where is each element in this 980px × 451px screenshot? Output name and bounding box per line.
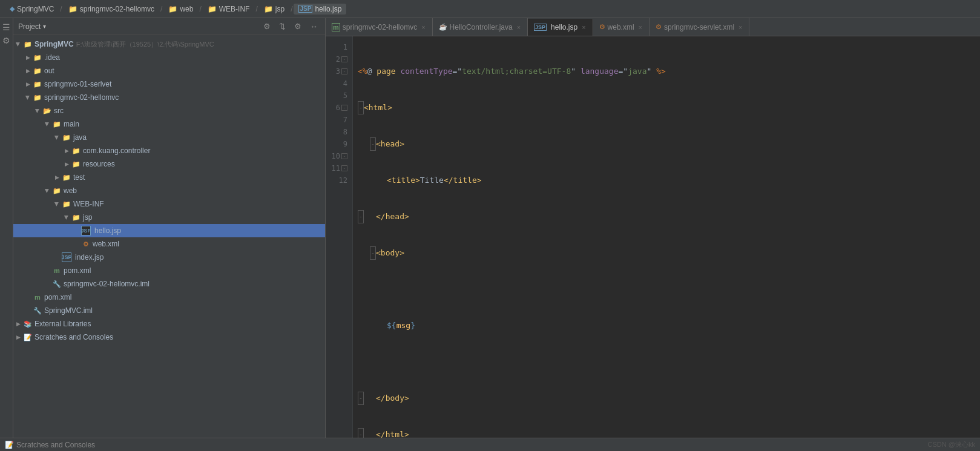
code-line-11: -</html> xyxy=(358,429,980,438)
expand-arrow: ▶ xyxy=(33,106,42,116)
tree-item-pom-inner[interactable]: ▶ m pom.xml xyxy=(13,264,325,277)
code-line-4: <title>Title</title> xyxy=(358,174,980,186)
iml-icon: 🔧 xyxy=(52,279,62,289)
tab-web-xml[interactable]: ⚙ web.xml × xyxy=(593,18,649,36)
folder-icon: 📁 xyxy=(23,39,33,49)
tab-label: hello.jsp xyxy=(551,23,577,31)
folder-icon: 📁 xyxy=(68,5,77,13)
pom-icon: m xyxy=(52,266,62,275)
breadcrumb-springmvc[interactable]: ◆ SpringMVC xyxy=(5,4,59,15)
tree-label: .idea xyxy=(44,53,60,62)
tab-icon-xml: ⚙ xyxy=(599,23,605,31)
tree-label: Scratches and Consoles xyxy=(35,333,113,341)
expand-arrow: ▶ xyxy=(52,199,62,209)
fold-icon-10[interactable]: - xyxy=(341,153,347,159)
expand-arrow: ▶ xyxy=(62,159,71,169)
tree-label: WEB-INF xyxy=(73,200,104,208)
tree-label: pom.xml xyxy=(64,266,91,275)
tree-label: springmvc-02-hellomvc.iml xyxy=(64,280,150,288)
tree-item-main[interactable]: ▶ 📁 main xyxy=(13,117,325,131)
tree-item-web[interactable]: ▶ 📁 web xyxy=(13,184,325,197)
breadcrumb-webinf[interactable]: 📁 WEB-INF xyxy=(203,4,255,15)
folder-icon: 📁 xyxy=(264,5,273,13)
tree-item-serlvet[interactable]: ▶ 📁 springmvc-01-serlvet xyxy=(13,77,325,91)
tab-hellomvc[interactable]: m springmvc-02-hellomvc × xyxy=(326,18,433,36)
tree-item-idea[interactable]: ▶ 📁 .idea xyxy=(13,51,325,64)
tree-item-index-jsp[interactable]: ▶ JSP index.jsp xyxy=(13,251,325,264)
tab-label: springmvc-servlet.xml xyxy=(664,23,734,31)
tree-label: pom.xml xyxy=(44,293,71,301)
tree-item-resources[interactable]: ▶ 📁 resources xyxy=(13,157,325,171)
tree-item-springmvc-iml[interactable]: ▶ 🔧 SpringMVC.iml xyxy=(13,304,325,317)
expand-arrow: ▶ xyxy=(42,119,52,129)
tree-item-webinf[interactable]: ▶ 📁 WEB-INF xyxy=(13,197,325,211)
code-content[interactable]: <%@ page contentType="text/html;charset=… xyxy=(353,36,980,438)
tab-close-btn[interactable]: × xyxy=(516,24,521,31)
tab-close-btn[interactable]: × xyxy=(738,24,743,31)
tree-item-java[interactable]: ▶ 📁 java xyxy=(13,131,325,144)
expand-arrow: ▶ xyxy=(42,186,52,196)
fold-icon-11[interactable]: - xyxy=(341,165,347,171)
project-text: Project xyxy=(18,22,41,31)
expand-arrow: ▶ xyxy=(52,173,62,182)
code-line-2: -<html> xyxy=(358,102,980,114)
tree-item-scratches[interactable]: ▶ 📝 Scratches and Consoles xyxy=(13,331,325,344)
scratches-consoles-label[interactable]: 📝 Scratches and Consoles xyxy=(5,441,95,449)
tree-item-out[interactable]: ▶ 📁 out xyxy=(13,64,325,77)
toolbar-gear-icon[interactable]: ⚙ xyxy=(261,21,273,32)
xml-icon: ⚙ xyxy=(81,239,91,249)
line-num-12: 12 xyxy=(326,174,352,186)
breadcrumb-hellojsp[interactable]: JSP hello.jsp xyxy=(294,4,346,15)
breadcrumb-jsp[interactable]: 📁 jsp xyxy=(259,4,289,15)
tree-item-controller[interactable]: ▶ 📁 com.kuang.controller xyxy=(13,144,325,157)
expand-arrow: ▶ xyxy=(13,332,23,342)
tree-label: main xyxy=(64,120,79,128)
tree-item-external-libs[interactable]: ▶ 📚 External Libraries xyxy=(13,317,325,331)
breadcrumb-web[interactable]: 📁 web xyxy=(163,4,198,15)
code-line-9 xyxy=(358,356,980,368)
fold-icon-6[interactable]: - xyxy=(341,105,347,111)
sidebar-icon-1[interactable]: ☰ xyxy=(1,22,12,33)
tree-item-hello-jsp[interactable]: ▶ JSP hello.jsp xyxy=(13,224,325,237)
line-num-10: 10- xyxy=(326,150,352,162)
tree-item-web-xml[interactable]: ▶ ⚙ web.xml xyxy=(13,237,325,251)
project-panel-label[interactable]: Project ▾ xyxy=(18,22,46,31)
tree-item-iml-02[interactable]: ▶ 🔧 springmvc-02-hellomvc.iml xyxy=(13,277,325,291)
code-line-7 xyxy=(358,283,980,295)
folder-icon: 📁 xyxy=(52,186,62,196)
tree-label: index.jsp xyxy=(75,253,104,262)
fold-icon-2[interactable]: - xyxy=(341,56,347,62)
sidebar-icon-strip: ☰ ⚙ xyxy=(0,18,13,438)
line-num-9: 9 xyxy=(326,138,352,150)
tree-item-test[interactable]: ▶ 📁 test xyxy=(13,171,325,184)
chevron-down-icon: ▾ xyxy=(43,23,46,30)
tab-hello-controller[interactable]: ☕ HelloController.java × xyxy=(433,18,528,36)
project-icon: ◆ xyxy=(10,5,15,13)
tree-item-src[interactable]: ▶ 📂 src xyxy=(13,104,325,117)
line-num-6: 6- xyxy=(326,102,352,114)
tab-close-btn[interactable]: × xyxy=(581,24,586,31)
tree-item-hellomvc[interactable]: ▶ 📁 springmvc-02-hellomvc xyxy=(13,91,325,104)
fold-icon-3[interactable]: - xyxy=(341,68,347,74)
iml-icon: 🔧 xyxy=(33,306,42,315)
breadcrumb-hellomvc[interactable]: 📁 springmvc-02-hellomvc xyxy=(64,4,159,15)
expand-arrow: ▶ xyxy=(23,79,33,89)
tree-item-jsp-dir[interactable]: ▶ 📁 jsp xyxy=(13,211,325,224)
tab-icon-java: ☕ xyxy=(439,23,447,31)
tree-item-springmvc-root[interactable]: ▶ 📁 SpringMVC F:\班级管理\西开（19525）\2.代码\Spr… xyxy=(13,38,325,51)
tree-item-pom-outer[interactable]: ▶ m pom.xml xyxy=(13,291,325,304)
tab-close-btn[interactable]: × xyxy=(638,24,643,31)
toolbar-expand-icon[interactable]: ↔ xyxy=(307,21,320,32)
toolbar-settings-icon[interactable]: ⚙ xyxy=(292,21,304,32)
toolbar-sort-icon[interactable]: ⇅ xyxy=(277,21,288,32)
file-tree-toolbar: Project ▾ ⚙ ⇅ ⚙ ↔ xyxy=(13,18,325,35)
tab-servlet-xml[interactable]: ⚙ springmvc-servlet.xml × xyxy=(649,18,749,36)
tab-hello-jsp[interactable]: JSP hello.jsp × xyxy=(528,19,593,36)
tab-icon-m: m xyxy=(332,23,340,31)
tree-label: web.xml xyxy=(93,240,119,248)
sidebar-icon-2[interactable]: ⚙ xyxy=(1,35,12,46)
tree-label: java xyxy=(73,133,87,142)
line-num-4: 4 xyxy=(326,77,352,90)
tab-close-btn[interactable]: × xyxy=(421,24,426,31)
folder-icon: 📁 xyxy=(33,79,42,89)
